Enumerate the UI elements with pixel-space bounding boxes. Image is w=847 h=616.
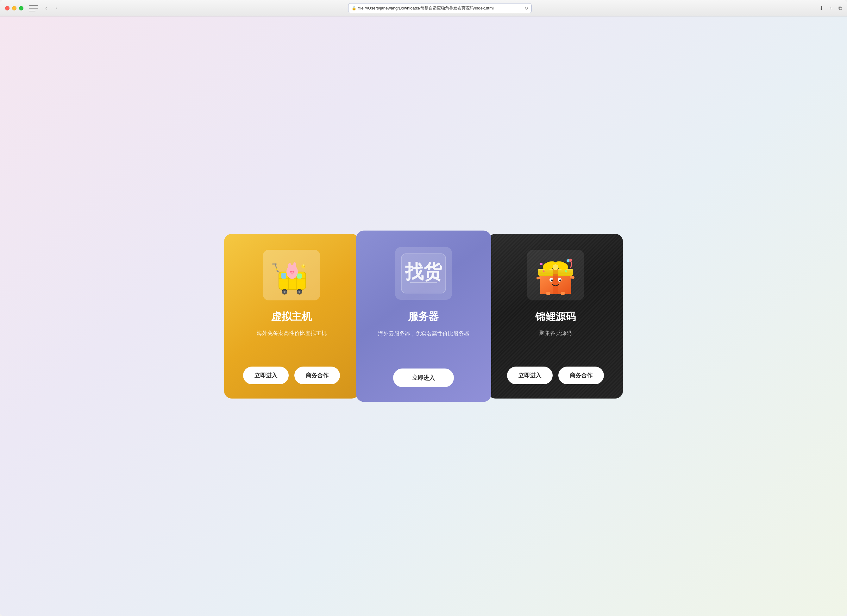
svg-point-44 (569, 259, 572, 262)
svg-point-39 (559, 279, 561, 281)
svg-text:✦: ✦ (275, 267, 277, 271)
card-buttons-virtual-host: 立即进入 商务合作 (243, 366, 340, 384)
card-server: 找货 服务器 海外云服务器，免实名高性价比服务器 立即进入 (356, 231, 491, 402)
svg-point-13 (290, 271, 292, 273)
address-bar[interactable]: 🔒 file:///Users/janewang/Downloads/简易自适应… (348, 3, 532, 13)
split-view-button[interactable]: ⧉ (838, 5, 842, 11)
nav-buttons: ‹ › (42, 4, 61, 13)
svg-point-7 (283, 291, 285, 293)
svg-point-11 (288, 263, 291, 270)
browser-window: ‹ › 🔒 file:///Users/janewang/Downloads/简… (0, 0, 847, 616)
source-code-contact-button[interactable]: 商务合作 (558, 366, 604, 384)
svg-point-32 (540, 263, 543, 265)
share-button[interactable]: ⬆ (819, 5, 823, 11)
card-desc-server: 海外云服务器，免实名高性价比服务器 (378, 329, 469, 352)
svg-point-31 (553, 264, 558, 270)
card-image-cart: ⭐ ✦ (263, 250, 320, 300)
traffic-lights (5, 6, 24, 10)
security-icon: 🔒 (352, 6, 356, 10)
card-buttons-source-code: 立即进入 商务合作 (507, 366, 604, 384)
card-title-virtual-host: 虚拟主机 (271, 310, 312, 324)
svg-rect-43 (561, 292, 565, 295)
card-image-gift (527, 250, 584, 300)
card-desc-virtual-host: 海外免备案高性价比虚拟主机 (257, 329, 327, 350)
svg-point-9 (298, 291, 300, 293)
gift-illustration (535, 254, 576, 295)
svg-rect-42 (546, 292, 550, 295)
svg-rect-17 (297, 273, 302, 279)
card-source-code: 锦鲤源码 聚集各类源码 立即进入 商务合作 (488, 234, 623, 399)
close-button[interactable] (5, 6, 9, 10)
server-enter-button[interactable]: 立即进入 (393, 368, 454, 387)
forward-button[interactable]: › (52, 4, 61, 13)
address-text: file:///Users/janewang/Downloads/简易自适应独角… (358, 5, 522, 11)
cards-container: ⭐ ✦ 虚拟主机 海外免备案高性价比虚拟主机 立即进入 商务合作 (224, 234, 623, 399)
virtual-host-contact-button[interactable]: 商务合作 (294, 366, 340, 384)
card-title-server: 服务器 (408, 310, 439, 324)
cart-illustration: ⭐ ✦ (269, 254, 314, 295)
toolbar-right: ⬆ ＋ ⧉ (819, 5, 842, 12)
card-title-source-code: 锦鲤源码 (535, 310, 576, 324)
zhaohuo-illustration: 找货 (398, 250, 449, 297)
zhaohuo-svg: 找货 (398, 250, 449, 297)
address-bar-container: 🔒 file:///Users/janewang/Downloads/简易自适应… (65, 3, 815, 13)
svg-point-38 (551, 279, 553, 281)
svg-text:⭐: ⭐ (300, 264, 306, 269)
fullscreen-button[interactable] (19, 6, 24, 10)
card-desc-source-code: 聚集各类源码 (539, 329, 572, 350)
reload-button[interactable]: ↻ (524, 6, 528, 11)
svg-rect-16 (281, 273, 286, 279)
svg-point-15 (291, 273, 294, 275)
sidebar-toggle-button[interactable] (29, 5, 38, 12)
svg-point-12 (293, 262, 296, 270)
virtual-host-enter-button[interactable]: 立即进入 (243, 366, 289, 384)
new-tab-button[interactable]: ＋ (828, 5, 834, 12)
svg-point-14 (292, 271, 294, 273)
card-buttons-server: 立即进入 (393, 368, 454, 387)
card-image-zhaohuo: 找货 (395, 247, 452, 300)
card-virtual-host: ⭐ ✦ 虚拟主机 海外免备案高性价比虚拟主机 立即进入 商务合作 (224, 234, 359, 399)
back-button[interactable]: ‹ (42, 4, 51, 13)
minimize-button[interactable] (12, 6, 16, 10)
svg-text:找货: 找货 (404, 261, 443, 282)
source-code-enter-button[interactable]: 立即进入 (507, 366, 553, 384)
browser-titlebar: ‹ › 🔒 file:///Users/janewang/Downloads/简… (0, 0, 847, 16)
browser-content: ⭐ ✦ 虚拟主机 海外免备案高性价比虚拟主机 立即进入 商务合作 (0, 16, 847, 616)
